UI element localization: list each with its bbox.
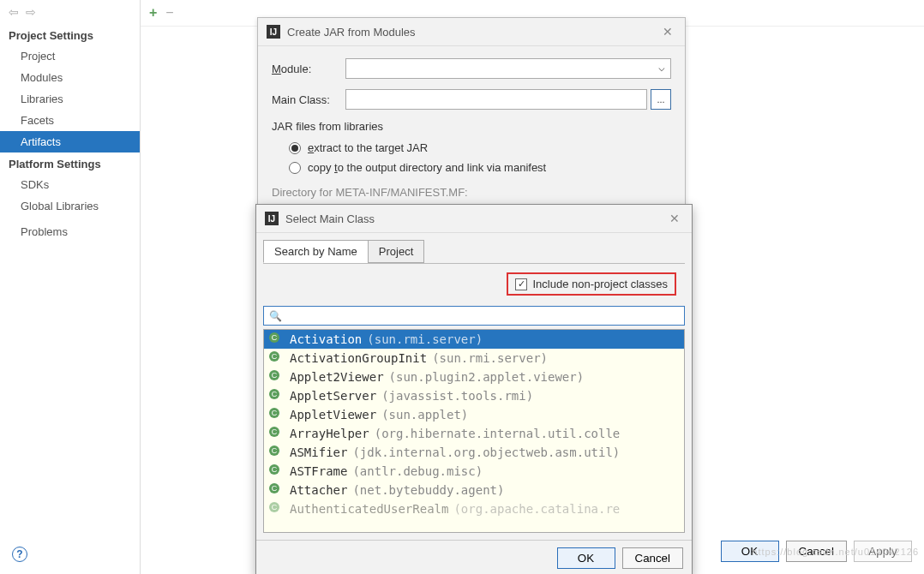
tab-divider: [263, 263, 685, 264]
class-item[interactable]: ActivationGroupInit(sun.rmi.server): [264, 349, 684, 368]
select-main-class-dialog: IJ Select Main Class ✕ Search by Name Pr…: [255, 204, 693, 574]
class-icon: [269, 464, 283, 478]
remove-icon[interactable]: −: [165, 5, 173, 21]
tab-project[interactable]: Project: [368, 240, 424, 263]
intellij-icon: IJ: [265, 212, 279, 225]
main-class-input[interactable]: [345, 89, 647, 110]
class-item[interactable]: AppletViewer(sun.applet): [264, 405, 684, 424]
sidebar-item-sdks[interactable]: SDKs: [0, 174, 140, 195]
class-item[interactable]: AppletServer(javassist.tools.rmi): [264, 386, 684, 405]
browse-main-class-button[interactable]: ...: [651, 89, 671, 110]
class-item[interactable]: ASTFrame(antlr.debug.misc): [264, 462, 684, 481]
sidebar-item-project[interactable]: Project: [0, 45, 140, 67]
include-non-project-label: Include non-project classes: [532, 278, 668, 290]
class-item[interactable]: AuthenticatedUserRealm(org.apache.catali…: [264, 499, 684, 518]
radio-extract-label: extract to the target JAR: [308, 141, 428, 154]
include-non-project-checkbox[interactable]: ✓: [515, 278, 527, 290]
back-icon[interactable]: ⇦: [9, 5, 19, 19]
class-icon: [269, 370, 283, 384]
sidebar-item-libraries[interactable]: Libraries: [0, 88, 140, 110]
dialog2-titlebar: IJ Select Main Class ✕: [256, 205, 692, 233]
radio-icon: [289, 162, 301, 174]
class-icon: [269, 332, 283, 346]
dialog1-titlebar: IJ Create JAR from Modules ✕: [258, 18, 685, 46]
class-icon: [269, 427, 283, 440]
dialog2-tabs: Search by Name Project: [256, 233, 692, 263]
watermark: https://blog.csdn.net/u014042126: [752, 547, 919, 557]
ok-button[interactable]: OK: [557, 547, 615, 569]
class-item[interactable]: Attacher(net.bytebuddy.agent): [264, 481, 684, 499]
nav-arrows: ⇦ ⇨: [0, 0, 140, 24]
dialog2-buttons: OK Cancel: [256, 540, 692, 574]
class-icon: [269, 445, 283, 459]
class-item[interactable]: Applet2Viewer(sun.plugin2.applet.viewer): [264, 368, 684, 386]
class-icon: [269, 389, 283, 403]
class-item[interactable]: Activation(sun.rmi.server): [264, 330, 684, 349]
sidebar-item-problems[interactable]: Problems: [0, 217, 140, 242]
module-select[interactable]: [345, 58, 671, 79]
sidebar-item-facets[interactable]: Facets: [0, 110, 140, 131]
help-icon[interactable]: ?: [12, 547, 27, 562]
sidebar-item-artifacts[interactable]: Artifacts: [0, 131, 140, 152]
class-icon: [269, 483, 283, 497]
radio-extract[interactable]: extract to the target JAR: [289, 141, 671, 154]
radio-icon: [289, 142, 301, 154]
jar-files-header: JAR files from libraries: [272, 120, 671, 133]
include-non-project-row: ✓ Include non-project classes: [263, 267, 685, 301]
search-icon: 🔍: [269, 310, 282, 322]
checkbox-highlight: ✓ Include non-project classes: [507, 272, 676, 296]
class-icon: [269, 408, 283, 422]
main-class-label: Main Class:: [272, 93, 345, 106]
sidebar-item-global-libraries[interactable]: Global Libraries: [0, 195, 140, 217]
forward-icon[interactable]: ⇨: [26, 5, 36, 19]
class-search-input[interactable]: [285, 309, 679, 322]
manifest-dir-label: Directory for META-INF/MANIFEST.MF:: [272, 186, 671, 199]
class-list[interactable]: Activation(sun.rmi.server) ActivationGro…: [263, 329, 685, 533]
add-icon[interactable]: +: [149, 5, 157, 21]
class-icon: [269, 351, 283, 365]
class-icon: [269, 502, 283, 516]
class-search-box[interactable]: 🔍: [263, 306, 685, 326]
close-icon[interactable]: ✕: [666, 212, 683, 225]
platform-settings-header: Platform Settings: [0, 152, 140, 174]
dialog2-title: Select Main Class: [285, 212, 666, 225]
class-item[interactable]: ArrayHelper(org.hibernate.internal.util.…: [264, 424, 684, 443]
radio-copy-label: copy to the output directory and link vi…: [308, 161, 546, 174]
tab-search-by-name[interactable]: Search by Name: [263, 240, 369, 263]
project-settings-header: Project Settings: [0, 24, 140, 45]
radio-copy[interactable]: copy to the output directory and link vi…: [289, 161, 671, 174]
module-label: Module:: [272, 63, 345, 75]
create-jar-dialog: IJ Create JAR from Modules ✕ Module: Mai…: [257, 17, 686, 212]
sidebar-item-modules[interactable]: Modules: [0, 67, 140, 88]
class-item[interactable]: ASMifier(jdk.internal.org.objectweb.asm.…: [264, 443, 684, 462]
intellij-icon: IJ: [267, 25, 280, 39]
close-icon[interactable]: ✕: [659, 25, 676, 39]
dialog1-body: Module: Main Class: ... JAR files from l…: [258, 46, 685, 211]
cancel-button[interactable]: Cancel: [622, 547, 684, 569]
settings-sidebar: ⇦ ⇨ Project Settings Project Modules Lib…: [0, 0, 141, 574]
dialog1-title: Create JAR from Modules: [287, 26, 659, 39]
